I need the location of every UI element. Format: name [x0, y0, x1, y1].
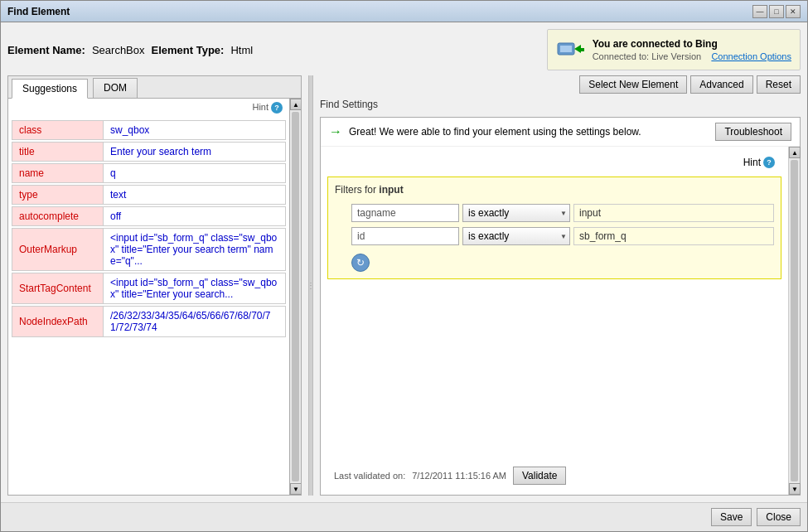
suggestion-key: type	[12, 186, 104, 204]
connection-box: You are connected to Bing Connected to: …	[547, 29, 801, 70]
filter-row-2: is exactly contains starts with ends wit…	[351, 227, 774, 245]
element-name-label: Element Name:	[7, 44, 85, 56]
window-title: Find Element	[7, 6, 70, 17]
suggestion-key: class	[12, 121, 104, 139]
scroll-up-btn[interactable]: ▲	[290, 99, 301, 110]
minimize-button[interactable]: —	[752, 5, 767, 18]
connected-to-value: Live Version	[651, 51, 701, 61]
filter-value-1[interactable]	[573, 204, 774, 222]
list-item[interactable]: title Enter your search term	[12, 142, 286, 162]
left-scrollbar[interactable]: ▲ ▼	[289, 99, 301, 495]
spacer	[327, 284, 781, 458]
svg-rect-3	[579, 48, 584, 51]
tab-bar: Suggestions DOM	[8, 76, 301, 99]
suggestion-value: /26/32/33/34/35/64/65/66/67/68/70/71/72/…	[104, 307, 285, 336]
list-item[interactable]: OuterMarkup <input id="sb_form_q" class=…	[12, 228, 286, 271]
right-scrollbar[interactable]: ▲ ▼	[788, 147, 800, 495]
close-button-bottom[interactable]: Close	[757, 508, 801, 526]
filters-title: Filters for input	[335, 184, 774, 196]
select-new-element-button[interactable]: Select New Element	[579, 75, 687, 94]
suggestion-key: NodeIndexPath	[12, 307, 104, 336]
filter-value-2[interactable]	[573, 227, 774, 245]
header-row: Element Name: SearchBox Element Type: Ht…	[7, 29, 801, 70]
suggestion-value: <input id="sb_form_q" class="sw_qbox" ti…	[104, 273, 285, 303]
list-item[interactable]: class sw_qbox	[12, 120, 286, 140]
filter-field-1[interactable]	[351, 204, 459, 222]
filter-rows: is exactly contains starts with ends wit…	[335, 204, 774, 272]
save-button[interactable]: Save	[711, 508, 752, 526]
suggestion-key: name	[12, 164, 104, 182]
last-validated-label: Last validated on:	[334, 471, 405, 481]
suggestion-key: title	[12, 143, 104, 161]
title-bar: Find Element — □ ✕	[1, 1, 807, 22]
success-bar: → Great! We were able to find your eleme…	[321, 118, 800, 147]
connection-options-link[interactable]: Connection Options	[711, 51, 791, 61]
close-button[interactable]: ✕	[786, 5, 801, 18]
tab-dom[interactable]: DOM	[93, 78, 138, 98]
advanced-button[interactable]: Advanced	[690, 75, 752, 94]
filter-field-2[interactable]	[351, 227, 459, 245]
element-name-value: SearchBox	[92, 44, 145, 56]
bottom-bar: Save Close	[1, 502, 807, 531]
suggestion-value: Enter your search term	[104, 143, 285, 161]
scroll-thumb[interactable]	[292, 112, 299, 481]
toolbar-row: Select New Element Advanced Reset	[320, 75, 801, 94]
filter-operator-1[interactable]: is exactly contains starts with ends wit…	[462, 204, 570, 222]
hint-row-left: Hint ?	[8, 99, 289, 117]
element-type-value: Html	[230, 44, 253, 56]
scroll-right-down-btn[interactable]: ▼	[789, 483, 801, 495]
suggestion-key: StartTagContent	[12, 273, 104, 303]
filter-operator-wrapper-2: is exactly contains starts with ends wit…	[462, 227, 570, 245]
window-controls: — □ ✕	[752, 5, 801, 18]
connected-to-label: Connected to:	[593, 51, 650, 61]
filters-box: Filters for input is	[327, 177, 781, 279]
suggestion-value: off	[104, 207, 285, 225]
find-settings-label: Find Settings	[320, 99, 801, 110]
right-panel: Select New Element Advanced Reset Find S…	[320, 75, 801, 496]
scroll-right-thumb[interactable]	[791, 160, 798, 481]
list-item[interactable]: name q	[12, 163, 286, 183]
connection-icon	[556, 35, 586, 65]
connection-text: You are connected to Bing Connected to: …	[593, 38, 791, 61]
element-type-label: Element Type:	[152, 44, 225, 56]
validation-row: Last validated on: 7/12/2011 11:15:16 AM…	[327, 463, 781, 488]
main-row: Suggestions DOM Hint ? clas	[7, 75, 801, 496]
tab-suggestions[interactable]: Suggestions	[12, 79, 88, 99]
filters-for-value: input	[379, 184, 403, 196]
suggestion-value: q	[104, 164, 285, 182]
suggestions-table: class sw_qbox title Enter your search te…	[8, 117, 289, 495]
suggestion-value: text	[104, 186, 285, 204]
panel-divider[interactable]	[308, 75, 313, 496]
last-validated-date: 7/12/2011 11:15:16 AM	[412, 471, 506, 481]
list-item[interactable]: autocomplete off	[12, 206, 286, 226]
hint-icon-right[interactable]: ?	[763, 157, 775, 168]
filter-row-1: is exactly contains starts with ends wit…	[351, 204, 774, 222]
list-item[interactable]: type text	[12, 185, 286, 205]
troubleshoot-button[interactable]: Troubleshoot	[715, 123, 791, 141]
left-panel: Suggestions DOM Hint ? clas	[7, 75, 302, 496]
filter-operator-wrapper-1: is exactly contains starts with ends wit…	[462, 204, 570, 222]
list-item[interactable]: StartTagContent <input id="sb_form_q" cl…	[12, 273, 286, 304]
connection-title: You are connected to Bing	[593, 38, 791, 50]
suggestion-key: autocomplete	[12, 207, 104, 225]
scroll-right-up-btn[interactable]: ▲	[789, 147, 801, 158]
find-main: Hint ? Filters for input	[321, 147, 788, 495]
find-element-window: Find Element — □ ✕ Element Name: SearchB…	[0, 0, 808, 532]
hint-label-right: Hint	[743, 157, 761, 168]
success-arrow-icon: →	[329, 124, 342, 139]
validate-button[interactable]: Validate	[513, 467, 566, 485]
success-text: Great! We were able to find your element…	[349, 126, 709, 138]
add-filter-button[interactable]: ↻	[351, 254, 370, 272]
reset-button[interactable]: Reset	[757, 75, 801, 94]
maximize-button[interactable]: □	[769, 5, 784, 18]
filter-operator-2[interactable]: is exactly contains starts with ends wit…	[462, 227, 570, 245]
hint-icon-left[interactable]: ?	[271, 102, 283, 114]
svg-rect-1	[560, 46, 572, 52]
connection-subtitle: Connected to: Live Version Connection Op…	[593, 51, 791, 61]
find-settings-box: → Great! We were able to find your eleme…	[320, 117, 801, 496]
list-item[interactable]: NodeIndexPath /26/32/33/34/35/64/65/66/6…	[12, 306, 286, 337]
hint-row-right: Hint ?	[327, 153, 781, 172]
scroll-down-btn[interactable]: ▼	[290, 483, 301, 495]
main-content: Element Name: SearchBox Element Type: Ht…	[1, 22, 807, 502]
hint-label-left: Hint	[252, 102, 269, 114]
